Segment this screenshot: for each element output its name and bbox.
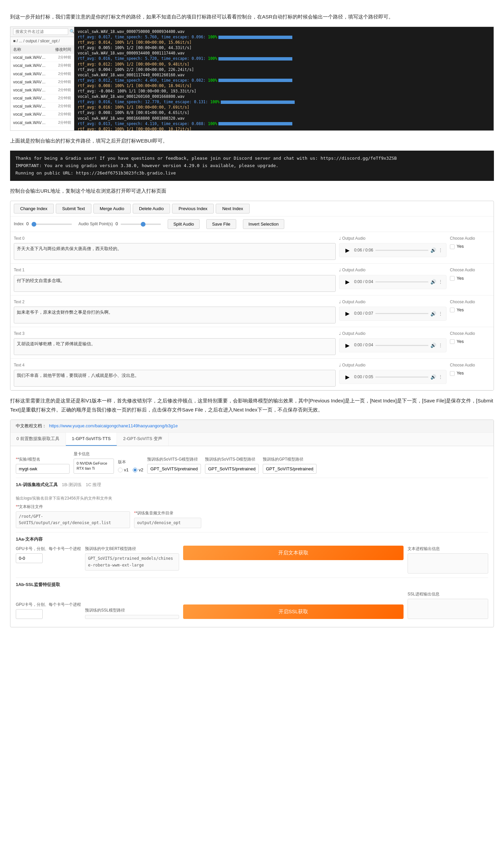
list-item[interactable]: vocal_swk.WAV_10...2分钟前 xyxy=(11,70,74,78)
choose-checkbox-1[interactable]: Yes xyxy=(450,275,490,282)
choose-yes-label-3: Yes xyxy=(457,338,464,345)
delete-audio-button[interactable]: Delete Audio xyxy=(133,204,170,214)
volume-icon-2[interactable]: 🔊 xyxy=(431,310,436,317)
v1-radio[interactable]: v1 xyxy=(118,467,129,474)
split-slider-thumb[interactable] xyxy=(141,222,145,227)
previous-index-button[interactable]: Previous Index xyxy=(172,204,214,214)
audio-progress-0[interactable] xyxy=(375,250,429,251)
index-slider[interactable] xyxy=(31,223,72,225)
checkbox-box-3[interactable] xyxy=(450,339,454,344)
v1-radio-circle[interactable] xyxy=(118,468,123,473)
ssl-model-label: 预训练的SSL模型路径 xyxy=(85,607,179,614)
volume-icon-1[interactable]: 🔊 xyxy=(431,278,436,285)
submit-text-button[interactable]: Submit Text xyxy=(56,204,92,214)
time-display-0: 0:06 / 0:06 xyxy=(354,247,373,254)
volume-icon-4[interactable]: 🔊 xyxy=(431,373,436,381)
ssl-model-group: 预训练的SSL模型路径 xyxy=(85,607,179,619)
audio-menu-icon-2[interactable]: ⋮ xyxy=(438,310,443,317)
checkbox-box-1[interactable] xyxy=(450,276,454,281)
split-slider[interactable] xyxy=(121,223,161,225)
index-value: 0 xyxy=(26,220,29,228)
training-ui: 中文教程文档： https://www.yuque.com/baicaigong… xyxy=(10,420,494,627)
exp-input[interactable] xyxy=(16,464,70,474)
play-button-3[interactable]: ▶ xyxy=(343,341,352,350)
list-item[interactable]: vocal_swk.WAV_10...2分钟前 xyxy=(11,119,74,127)
audio-label-1: ♩ Output Audio xyxy=(339,267,447,273)
tab-0[interactable]: 0 前置数据集获取工具 xyxy=(11,433,66,446)
section-text-4: 打标这里需要注意的是这里还是和V1版本一样，首先修改错别字，之后修改停顿点，这里… xyxy=(10,396,494,414)
search-icon[interactable]: 🔍 xyxy=(70,28,74,35)
v2-radio-circle[interactable] xyxy=(133,468,137,473)
next-index-button[interactable]: Next Index xyxy=(216,204,249,214)
choose-yes-label-2: Yes xyxy=(457,306,464,314)
section-text-2: 上面就是控制台输出的打标文件路径，填写之后开启打标WEBUI即可。 xyxy=(10,136,494,145)
text-content-0[interactable]: 齐天大圣下凡与两位师弟共保大唐高僧，西天取经的。 xyxy=(14,243,336,260)
choose-checkbox-2[interactable]: Yes xyxy=(450,306,490,314)
save-file-button[interactable]: Save File xyxy=(206,219,236,229)
audio-menu-icon-1[interactable]: ⋮ xyxy=(438,278,443,285)
index-slider-thumb[interactable] xyxy=(31,222,36,227)
terminal-line: rtf_avg: 0.013, time_speech: 4.110, time… xyxy=(78,121,490,126)
terminal-line: rtf_avg: 0.012, time_speech: 4.460, time… xyxy=(78,78,490,83)
tab-2[interactable]: 2-GPT-SoVITS 变声 xyxy=(117,433,168,446)
choose-label-2: Choose Audio xyxy=(450,299,490,305)
audio-progress-1[interactable] xyxy=(375,282,429,283)
list-item[interactable]: vocal_swk.WAV_10...2分钟前 xyxy=(11,95,74,102)
volume-icon-3[interactable]: 🔊 xyxy=(431,342,436,349)
gpu-num-input[interactable] xyxy=(16,554,43,563)
list-item[interactable]: vocal_swk.WAV_10...2分钟前 xyxy=(11,54,74,62)
section-1a-row: 1A-训练集格式化工具 1B-测训练 1C 推理 xyxy=(16,481,488,491)
change-index-button[interactable]: Change Index xyxy=(14,204,54,214)
audio-player-1: ▶ 0:00 / 0:04 🔊 ⋮ xyxy=(339,275,447,289)
ssl-gpu-input[interactable] xyxy=(16,609,43,619)
choose-checkbox-0[interactable]: Yes xyxy=(450,243,490,250)
section-1c-title: 1C 推理 xyxy=(86,481,101,489)
checkbox-box-4[interactable] xyxy=(450,371,454,376)
audio-progress-3[interactable] xyxy=(375,345,429,346)
training-header: 中文教程文档： https://www.yuque.com/baicaigong… xyxy=(11,420,493,433)
play-button-1[interactable]: ▶ xyxy=(343,277,352,287)
list-item[interactable]: vocal_swk.WAV_10...2分钟前 xyxy=(11,78,74,86)
exp-label: **实验/模型名 xyxy=(16,456,70,463)
checkbox-box-0[interactable] xyxy=(450,244,454,249)
pretrain-g-input[interactable] xyxy=(147,464,201,474)
file-item-time: 2分钟前 xyxy=(48,71,71,77)
list-item[interactable]: vocal_swk.WAV_10...2分钟前 xyxy=(11,62,74,70)
text-content-3[interactable]: 又胡说道叫够乾糟，吃了师傅就是输信。 xyxy=(14,338,336,355)
audio-menu-icon-3[interactable]: ⋮ xyxy=(438,342,443,349)
split-audio-button[interactable]: Split Audio xyxy=(168,219,199,229)
choose-checkbox-3[interactable]: Yes xyxy=(450,338,490,345)
section-text-3: 控制台会输出URL地址，复制这个地址在浏览器打开即可进入打标页面 xyxy=(10,186,494,195)
audio-menu-icon-0[interactable]: ⋮ xyxy=(438,246,443,254)
v2-radio[interactable]: v2 xyxy=(133,467,143,474)
list-item[interactable]: vocal_swk.WAV_10...2分钟前 xyxy=(11,102,74,111)
audio-menu-icon-4[interactable]: ⋮ xyxy=(438,373,443,381)
training-header-link[interactable]: https://www.yuque.com/baicaigongchane114… xyxy=(49,423,178,430)
ssl-start-button[interactable]: 开启SSL获取 xyxy=(183,604,404,619)
play-button-2[interactable]: ▶ xyxy=(343,309,352,318)
gpu-num-label: GPU卡号，分别、每个卡号一个进程 xyxy=(16,546,81,552)
text-content-2[interactable]: 如来老爷子，原来这贪财作弊之事是你打的头啊。 xyxy=(14,306,336,324)
play-button-4[interactable]: ▶ xyxy=(343,372,352,382)
start-text-button[interactable]: 开启文本获取 xyxy=(183,546,404,560)
audio-progress-2[interactable] xyxy=(375,313,429,314)
pretrain-d-input[interactable] xyxy=(205,464,259,474)
time-display-2: 0:00 / 0:07 xyxy=(354,310,373,317)
play-button-0[interactable]: ▶ xyxy=(343,245,352,255)
gpu-label: 显卡信息 xyxy=(73,451,114,457)
volume-icon-0[interactable]: 🔊 xyxy=(431,246,436,254)
list-item[interactable]: vocal_swk.WAV_10...2分钟前 xyxy=(11,86,74,95)
time-display-3: 0:00 / 0:04 xyxy=(354,342,373,348)
audio-progress-4[interactable] xyxy=(375,377,429,378)
invert-selection-button[interactable]: Invert Selection xyxy=(243,219,284,229)
checkbox-box-2[interactable] xyxy=(450,308,454,312)
merge-audio-button[interactable]: Merge Audio xyxy=(94,204,131,214)
text-content-1[interactable]: 付下的经文自需多念哦。 xyxy=(14,275,336,292)
text-label-3: Text 3 xyxy=(14,330,336,337)
pretrain-gpt-input[interactable] xyxy=(263,464,317,474)
text-content-4[interactable]: 我们不幸喜，就他平苦哺，要我说呀，八戒就是那小、没出息。 xyxy=(14,370,336,387)
list-item[interactable]: vocal_swk.WAV_10...2分钟前 xyxy=(11,111,74,119)
choose-checkbox-4[interactable]: Yes xyxy=(450,370,490,377)
file-search-input[interactable] xyxy=(13,28,68,35)
tab-1[interactable]: 1-GPT-SoVITS-TTS xyxy=(66,433,117,446)
